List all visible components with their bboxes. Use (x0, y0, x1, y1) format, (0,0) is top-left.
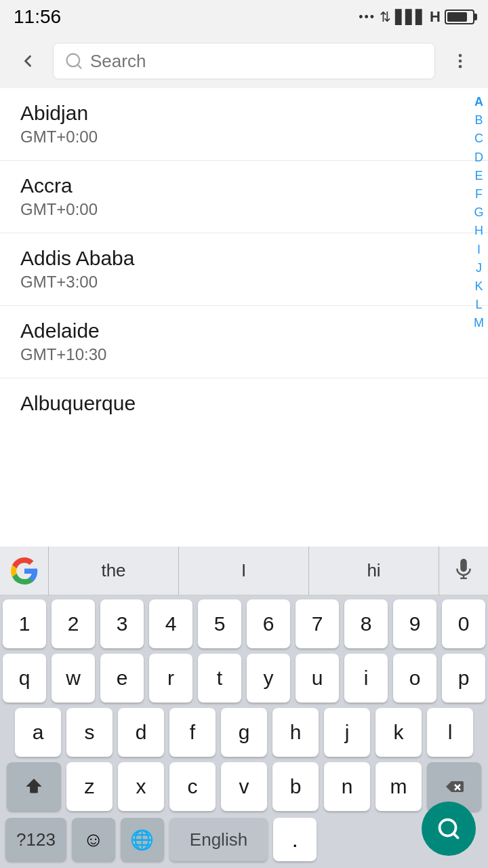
alpha-A[interactable]: A (474, 94, 483, 111)
timezone-list: Abidjan GMT+0:00 Accra GMT+0:00 Addis Ab… (0, 88, 488, 422)
key-w[interactable]: w (52, 654, 95, 703)
svg-rect-5 (460, 559, 467, 572)
city-name: Albuquerque (20, 392, 447, 415)
key-b[interactable]: b (272, 762, 319, 811)
city-gmt: GMT+0:00 (20, 200, 447, 219)
alpha-E[interactable]: E (474, 167, 483, 184)
svg-line-12 (453, 833, 458, 838)
key-y[interactable]: y (247, 654, 290, 703)
city-gmt: GMT+10:30 (20, 345, 447, 364)
h-network-icon: H (430, 8, 441, 26)
keyboard: the I hi 1 2 3 4 5 6 7 8 9 0 q (0, 547, 488, 868)
search-bar (0, 34, 488, 88)
number-row: 1 2 3 4 5 6 7 8 9 0 (3, 599, 485, 648)
google-logo (0, 547, 49, 595)
asdf-row: a s d f g h j k l (3, 708, 485, 757)
key-m[interactable]: m (375, 762, 422, 811)
key-t[interactable]: t (198, 654, 241, 703)
key-p[interactable]: p (442, 654, 485, 703)
bottom-keyboard-row: ?123 ☺ 🌐 English . (0, 815, 488, 868)
key-q[interactable]: q (3, 654, 46, 703)
timezone-item-adelaide[interactable]: Adelaide GMT+10:30 (0, 306, 488, 378)
search-input[interactable] (90, 51, 424, 72)
key-j[interactable]: j (324, 708, 370, 757)
search-submit-button[interactable] (422, 802, 476, 856)
alpha-G[interactable]: G (474, 204, 483, 221)
key-f[interactable]: f (169, 708, 216, 757)
status-time: 11:56 (14, 6, 61, 28)
signal-dots-icon: ••• (359, 10, 375, 24)
key-5[interactable]: 5 (198, 599, 241, 648)
svg-rect-8 (32, 791, 37, 793)
key-l[interactable]: l (427, 708, 473, 757)
keyboard-keys: 1 2 3 4 5 6 7 8 9 0 q w e r t y u i o p … (0, 595, 488, 815)
alpha-F[interactable]: F (475, 186, 483, 203)
suggestions-row: the I hi (0, 547, 488, 595)
key-9[interactable]: 9 (393, 599, 436, 648)
key-0[interactable]: 0 (442, 599, 485, 648)
shift-key[interactable] (7, 762, 61, 811)
suggestion-I[interactable]: I (179, 547, 309, 595)
key-4[interactable]: 4 (149, 599, 192, 648)
key-e[interactable]: e (100, 654, 144, 703)
key-d[interactable]: d (118, 708, 164, 757)
key-s[interactable]: s (66, 708, 113, 757)
timezone-item-abidjan[interactable]: Abidjan GMT+0:00 (0, 88, 488, 161)
language-key[interactable]: English (169, 818, 268, 861)
status-icons: ••• ⇅ ▋▋▋ H (359, 8, 474, 26)
alpha-D[interactable]: D (474, 149, 483, 166)
key-i[interactable]: i (344, 654, 388, 703)
key-k[interactable]: k (375, 708, 422, 757)
key-n[interactable]: n (324, 762, 370, 811)
more-options-button[interactable] (443, 44, 477, 78)
mic-button[interactable] (439, 547, 488, 595)
signal-bars-icon: ▋▋▋ (395, 9, 426, 25)
key-8[interactable]: 8 (344, 599, 388, 648)
key-3[interactable]: 3 (100, 599, 144, 648)
city-gmt: GMT+0:00 (20, 127, 447, 146)
alpha-J[interactable]: J (476, 260, 482, 277)
key-6[interactable]: 6 (247, 599, 290, 648)
alphabet-index: A B C D E F G H I J K L M (474, 88, 484, 332)
suggestion-hi[interactable]: hi (309, 547, 439, 595)
emoji-key[interactable]: ☺ (72, 818, 115, 861)
timezone-item-albuquerque[interactable]: Albuquerque (0, 378, 488, 422)
alpha-C[interactable]: C (474, 130, 483, 147)
alpha-K[interactable]: K (474, 278, 483, 295)
numeric-key[interactable]: ?123 (5, 818, 66, 861)
key-g[interactable]: g (221, 708, 267, 757)
back-button[interactable] (11, 44, 45, 78)
alpha-I[interactable]: I (477, 241, 481, 258)
key-h[interactable]: h (272, 708, 319, 757)
key-2[interactable]: 2 (52, 599, 95, 648)
key-c[interactable]: c (169, 762, 216, 811)
key-x[interactable]: x (118, 762, 164, 811)
key-z[interactable]: z (66, 762, 113, 811)
timezone-item-accra[interactable]: Accra GMT+0:00 (0, 161, 488, 233)
key-v[interactable]: v (221, 762, 267, 811)
key-1[interactable]: 1 (3, 599, 46, 648)
alpha-H[interactable]: H (474, 222, 483, 239)
key-7[interactable]: 7 (296, 599, 339, 648)
search-input-wrapper (53, 43, 435, 79)
svg-point-4 (459, 65, 462, 68)
svg-point-2 (459, 54, 462, 58)
city-name: Adelaide (20, 319, 447, 342)
globe-key[interactable]: 🌐 (121, 818, 164, 861)
city-name: Abidjan (20, 102, 447, 125)
key-a[interactable]: a (15, 708, 61, 757)
data-icon: ⇅ (380, 9, 391, 25)
key-r[interactable]: r (149, 654, 192, 703)
battery-icon (445, 9, 474, 24)
period-key[interactable]: . (273, 818, 317, 861)
timezone-item-addis-ababa[interactable]: Addis Ababa GMT+3:00 (0, 233, 488, 306)
key-o[interactable]: o (393, 654, 436, 703)
alpha-B[interactable]: B (474, 112, 483, 129)
alpha-L[interactable]: L (475, 296, 482, 313)
suggestion-the[interactable]: the (49, 547, 179, 595)
bottom-left-keys: ?123 ☺ 🌐 English . (5, 818, 317, 861)
search-icon (64, 52, 83, 71)
key-u[interactable]: u (296, 654, 339, 703)
alpha-M[interactable]: M (474, 315, 484, 332)
qwerty-row: q w e r t y u i o p (3, 654, 485, 703)
